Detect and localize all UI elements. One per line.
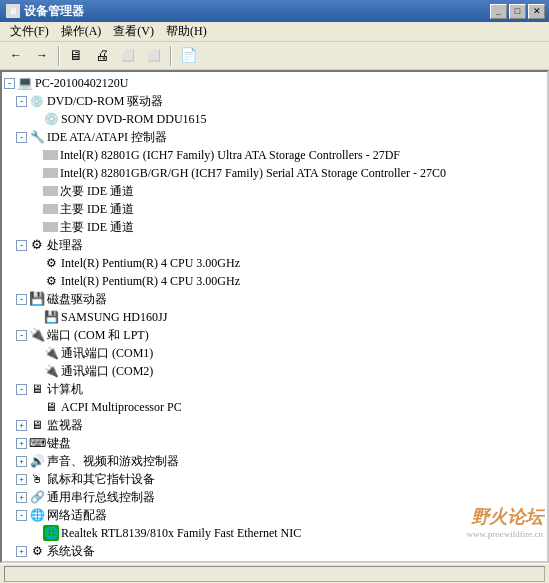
cpu1-icon: ⚙ <box>43 255 59 271</box>
back-button[interactable]: ← <box>4 45 28 67</box>
tree-item-acpi-mp[interactable]: 🖥 ACPI Multiprocessor PC <box>2 398 547 416</box>
computer-label: PC-20100402120U <box>35 76 128 91</box>
ide-primary1-label: 主要 IDE 通道 <box>60 201 134 218</box>
device-tree-panel: - 💻 PC-20100402120U - 💿 DVD/CD-ROM 驱动器 💿… <box>0 70 549 563</box>
toolbar-btn-1[interactable]: 🖥 <box>64 45 88 67</box>
ports-icon: 🔌 <box>29 327 45 343</box>
tree-item-cpu2[interactable]: ⚙ Intel(R) Pentium(R) 4 CPU 3.00GHz <box>2 272 547 290</box>
com2-icon: 🔌 <box>43 363 59 379</box>
ide-pri2-icon <box>43 222 58 232</box>
acpi-label: 计算机 <box>47 381 83 398</box>
tree-item-computer[interactable]: - 💻 PC-20100402120U <box>2 74 547 92</box>
minimize-button[interactable]: _ <box>490 4 507 19</box>
tree-item-sound[interactable]: + 🔊 声音、视频和游戏控制器 <box>2 452 547 470</box>
tree-item-mouse[interactable]: + 🖱 鼠标和其它指针设备 <box>2 470 547 488</box>
expand-network[interactable]: - <box>16 510 27 521</box>
expand-sound[interactable]: + <box>16 456 27 467</box>
expand-usb[interactable]: + <box>16 492 27 503</box>
keyboard-icon: ⌨ <box>29 435 45 451</box>
tree-item-usb[interactable]: + 🔗 通用串行总线控制器 <box>2 488 547 506</box>
window-controls: _ □ ✕ <box>490 4 545 19</box>
tree-item-cpu-root[interactable]: - ⚙ 处理器 <box>2 236 547 254</box>
ide-label: IDE ATA/ATAPI 控制器 <box>47 129 167 146</box>
samsung-label: SAMSUNG HD160JJ <box>61 310 167 325</box>
ide-sec-icon <box>43 186 58 196</box>
tree-item-com1[interactable]: 🔌 通讯端口 (COM1) <box>2 344 547 362</box>
tree-item-ide-root[interactable]: - 🔧 IDE ATA/ATAPI 控制器 <box>2 128 547 146</box>
tree-item-ide-primary1[interactable]: 主要 IDE 通道 <box>2 200 547 218</box>
expand-keyboard[interactable]: + <box>16 438 27 449</box>
cpu2-icon: ⚙ <box>43 273 59 289</box>
expand-mouse[interactable]: + <box>16 474 27 485</box>
computer-icon: 💻 <box>17 75 33 91</box>
menu-view[interactable]: 查看(V) <box>107 22 160 41</box>
realtek-icon: 🌐 <box>43 525 59 541</box>
forward-button[interactable]: → <box>30 45 54 67</box>
menu-bar: 文件(F) 操作(A) 查看(V) 帮助(H) <box>0 22 549 42</box>
com1-icon: 🔌 <box>43 345 59 361</box>
tree-item-intel82801-2[interactable]: Intel(R) 82801GB/GR/GH (ICH7 Family) Ser… <box>2 164 547 182</box>
expand-acpi[interactable]: - <box>16 384 27 395</box>
tree-item-realtek[interactable]: 🌐 Realtek RTL8139/810x Family Fast Ether… <box>2 524 547 542</box>
acpump-icon: 🖥 <box>43 399 59 415</box>
toolbar-btn-4[interactable]: ⬜ <box>142 45 166 67</box>
tree-item-intel82801-1[interactable]: Intel(R) 82801G (ICH7 Family) Ultra ATA … <box>2 146 547 164</box>
toolbar-btn-3[interactable]: ⬜ <box>116 45 140 67</box>
sound-icon: 🔊 <box>29 453 45 469</box>
menu-help[interactable]: 帮助(H) <box>160 22 213 41</box>
tree-item-ports-root[interactable]: - 🔌 端口 (COM 和 LPT) <box>2 326 547 344</box>
menu-file[interactable]: 文件(F) <box>4 22 55 41</box>
toolbar-btn-2[interactable]: 🖨 <box>90 45 114 67</box>
window-title: 设备管理器 <box>24 3 84 20</box>
expand-disk[interactable]: - <box>16 294 27 305</box>
ide-pri1-icon <box>43 204 58 214</box>
tree-item-keyboard[interactable]: + ⌨ 键盘 <box>2 434 547 452</box>
intel1-icon <box>43 150 58 160</box>
tree-item-dvd-root[interactable]: - 💿 DVD/CD-ROM 驱动器 <box>2 92 547 110</box>
disk-label: 磁盘驱动器 <box>47 291 107 308</box>
maximize-button[interactable]: □ <box>509 4 526 19</box>
sysdev-icon: ⚙ <box>29 543 45 559</box>
acpi-icon: 🖥 <box>29 381 45 397</box>
expand-cpu[interactable]: - <box>16 240 27 251</box>
ide-secondary-label: 次要 IDE 通道 <box>60 183 134 200</box>
expand-computer[interactable]: - <box>4 78 15 89</box>
title-bar: 🖥 设备管理器 _ □ ✕ <box>0 0 549 22</box>
cpu-icon: ⚙ <box>29 237 45 253</box>
expand-ide[interactable]: - <box>16 132 27 143</box>
monitor-icon: 🖥 <box>29 417 45 433</box>
tree-item-ide-primary2[interactable]: 主要 IDE 通道 <box>2 218 547 236</box>
intel2-label: Intel(R) 82801GB/GR/GH (ICH7 Family) Ser… <box>60 166 446 181</box>
expand-ports[interactable]: - <box>16 330 27 341</box>
expand-monitor[interactable]: + <box>16 420 27 431</box>
display-label: 显示卡 <box>47 561 83 564</box>
status-bar <box>0 563 549 583</box>
mouse-label: 鼠标和其它指针设备 <box>47 471 155 488</box>
toolbar: ← → 🖥 🖨 ⬜ ⬜ 📄 <box>0 42 549 70</box>
tree-item-display-root[interactable]: - 🖥 显示卡 <box>2 560 547 563</box>
tree-item-cpu1[interactable]: ⚙ Intel(R) Pentium(R) 4 CPU 3.00GHz <box>2 254 547 272</box>
toolbar-btn-5[interactable]: 📄 <box>176 45 200 67</box>
dvd-icon: 💿 <box>29 93 45 109</box>
expand-dvd[interactable]: - <box>16 96 27 107</box>
menu-action[interactable]: 操作(A) <box>55 22 108 41</box>
expand-sysdev[interactable]: + <box>16 546 27 557</box>
com1-label: 通讯端口 (COM1) <box>61 345 153 362</box>
tree-item-samsung[interactable]: 💾 SAMSUNG HD160JJ <box>2 308 547 326</box>
tree-item-sony[interactable]: 💿 SONY DVD-ROM DDU1615 <box>2 110 547 128</box>
tree-item-network-root[interactable]: - 🌐 网络适配器 <box>2 506 547 524</box>
tree-item-sysdev[interactable]: + ⚙ 系统设备 <box>2 542 547 560</box>
tree-item-disk-root[interactable]: - 💾 磁盘驱动器 <box>2 290 547 308</box>
sound-label: 声音、视频和游戏控制器 <box>47 453 179 470</box>
ide-icon: 🔧 <box>29 129 45 145</box>
tree-item-ide-secondary[interactable]: 次要 IDE 通道 <box>2 182 547 200</box>
com2-label: 通讯端口 (COM2) <box>61 363 153 380</box>
keyboard-label: 键盘 <box>47 435 71 452</box>
network-icon: 🌐 <box>29 507 45 523</box>
tree-item-com2[interactable]: 🔌 通讯端口 (COM2) <box>2 362 547 380</box>
close-button[interactable]: ✕ <box>528 4 545 19</box>
sony-label: SONY DVD-ROM DDU1615 <box>61 112 207 127</box>
display-icon: 🖥 <box>29 561 45 563</box>
tree-item-acpi-root[interactable]: - 🖥 计算机 <box>2 380 547 398</box>
tree-item-monitor[interactable]: + 🖥 监视器 <box>2 416 547 434</box>
